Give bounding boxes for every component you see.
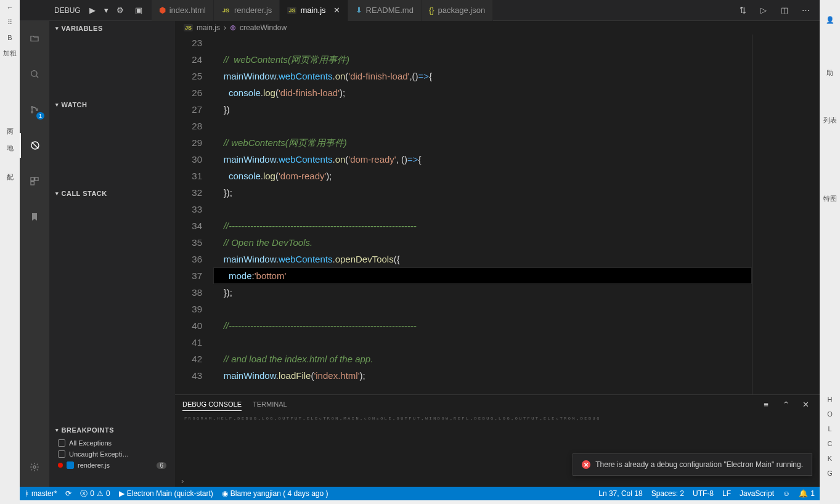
minimap[interactable]	[752, 35, 820, 394]
tab-main-js[interactable]: JS main.js✕	[280, 0, 348, 21]
compare-changes-icon[interactable]: ⇅	[736, 4, 749, 17]
activity-bar: 1	[20, 21, 49, 487]
notification-toast[interactable]: ✕ There is already a debug configuration…	[573, 453, 812, 476]
callstack-section-header[interactable]: CALL STACK	[49, 186, 175, 201]
checkbox[interactable]	[58, 439, 65, 447]
run-icon[interactable]: ▷	[757, 4, 770, 17]
tab-index-html[interactable]: ⬢ index.html	[152, 0, 214, 21]
panel-tab-debug-console[interactable]: DEBUG CONSOLE	[182, 398, 242, 411]
git-branch-status[interactable]: ᚼ master*	[25, 489, 57, 498]
language-mode-status[interactable]: JavaScript	[740, 489, 774, 498]
host-left-strip: ← ⠿ B 加粗 两 地 配	[0, 0, 20, 504]
feedback-icon[interactable]: ☺	[783, 489, 790, 498]
eol-status[interactable]: LF	[722, 489, 731, 498]
svg-rect-5	[31, 177, 34, 181]
svg-rect-7	[31, 182, 34, 185]
indentation-status[interactable]: Spaces: 2	[651, 489, 684, 498]
error-icon: ✕	[582, 460, 590, 469]
panel-filter-icon[interactable]: ≡	[759, 397, 773, 411]
tab-package-json[interactable]: {} package.json	[422, 0, 493, 21]
watch-section-header[interactable]: WATCH	[49, 97, 175, 112]
sync-status[interactable]: ⟳	[65, 489, 71, 498]
more-actions-icon[interactable]: ⋯	[799, 4, 812, 17]
debug-target-status[interactable]: ▶ Electron Main (quick-start)	[119, 489, 213, 498]
method-icon: ⊕	[230, 23, 236, 32]
debug-icon[interactable]	[20, 133, 49, 158]
start-debug-button[interactable]: ▶	[86, 4, 99, 17]
breakpoint-item[interactable]: All Exceptions	[49, 437, 175, 449]
code-editor[interactable]: 2324252627282930313233343536373839404142…	[175, 35, 820, 394]
breakpoint-item[interactable]: Uncaught Excepti…	[49, 449, 175, 460]
checkbox[interactable]	[58, 450, 65, 458]
svg-point-2	[31, 112, 33, 113]
bookmark-icon[interactable]	[20, 205, 49, 229]
tab-renderer-js[interactable]: JS renderer.js	[214, 0, 280, 21]
svg-point-8	[33, 466, 36, 468]
panel-collapse-icon[interactable]: ⌃	[779, 397, 793, 411]
panel-tab-terminal[interactable]: TERMINAL	[253, 398, 287, 411]
checkbox[interactable]	[67, 461, 74, 469]
status-bar: ᚼ master* ⟳ ⓧ 0 ⚠ 0 ▶ Electron Main (qui…	[20, 487, 820, 500]
svg-point-0	[31, 71, 37, 76]
explorer-icon[interactable]	[20, 26, 49, 51]
svg-rect-6	[35, 177, 38, 181]
debug-label: DEBUG	[54, 6, 81, 15]
debug-config-gear-icon[interactable]: ⚙	[113, 4, 127, 17]
svg-point-1	[31, 107, 33, 108]
tab-README-md[interactable]: ⬇ README.md	[348, 0, 422, 21]
title-bar: DEBUG ▶ ▾ ⚙ ▣ ⬢ index.htmlJS renderer.js…	[20, 0, 820, 21]
notifications-bell-icon[interactable]: 🔔 1	[799, 489, 815, 498]
breakpoint-item[interactable]: renderer.js6	[49, 460, 175, 471]
editor-tabs: ⬢ index.htmlJS renderer.jsJS main.js✕⬇ R…	[152, 0, 494, 21]
cursor-position-status[interactable]: Ln 37, Col 18	[598, 489, 642, 498]
vscode-window: DEBUG ▶ ▾ ⚙ ▣ ⬢ index.htmlJS renderer.js…	[20, 0, 820, 500]
panel-close-icon[interactable]: ✕	[799, 397, 812, 411]
close-icon[interactable]: ✕	[333, 6, 340, 15]
breakpoint-dot-icon	[58, 463, 63, 468]
js-file-icon: JS	[184, 24, 193, 31]
debug-sidebar: VARIABLES WATCH CALL STACK BREAKPOINTS A…	[49, 21, 175, 487]
encoding-status[interactable]: UTF-8	[693, 489, 714, 498]
variables-section-header[interactable]: VARIABLES	[49, 21, 175, 36]
extensions-icon[interactable]	[20, 169, 49, 193]
breadcrumb-file: main.js	[197, 23, 220, 32]
breakpoints-section-header[interactable]: BREAKPOINTS	[49, 423, 175, 437]
source-control-icon[interactable]: 1	[20, 97, 49, 122]
problems-status[interactable]: ⓧ 0 ⚠ 0	[80, 489, 110, 499]
search-icon[interactable]	[20, 62, 49, 86]
host-right-strip: 👤 助 列表 特图 HOLCKG	[820, 0, 840, 504]
git-blame-status[interactable]: ◉ Blame yangjian ( 4 days ago )	[222, 489, 328, 498]
debug-console-icon[interactable]: ▣	[132, 4, 145, 17]
split-editor-icon[interactable]: ◫	[778, 4, 791, 17]
breadcrumb[interactable]: JS main.js › ⊕ createWindow	[175, 21, 820, 35]
settings-gear-icon[interactable]	[20, 455, 49, 479]
toast-message: There is already a debug configuration "…	[595, 460, 803, 469]
breadcrumb-symbol: createWindow	[240, 23, 287, 32]
